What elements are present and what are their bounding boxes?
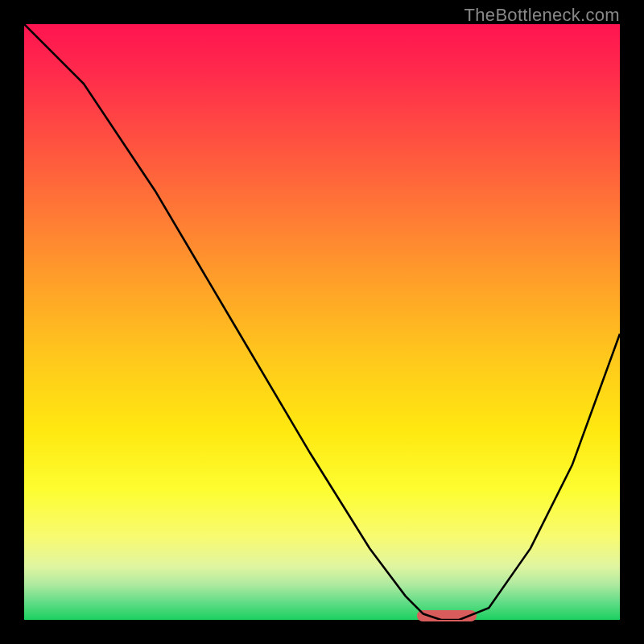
watermark: TheBottleneck.com xyxy=(464,5,620,26)
chart-container: TheBottleneck.com xyxy=(0,0,644,644)
bottleneck-curve xyxy=(24,24,620,620)
curve-svg xyxy=(24,24,620,620)
